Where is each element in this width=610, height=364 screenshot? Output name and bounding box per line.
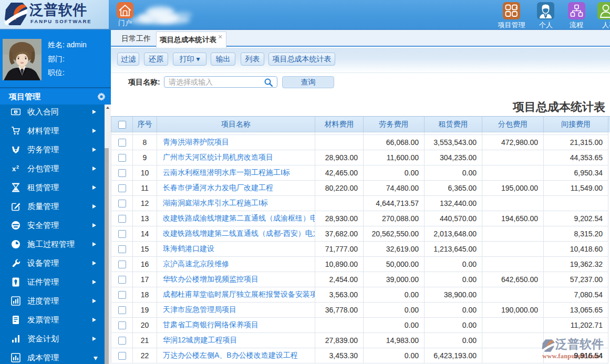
svg-text:2: 2	[16, 164, 19, 170]
svg-text:1: 1	[15, 110, 17, 113]
svg-text:x: x	[12, 165, 16, 173]
